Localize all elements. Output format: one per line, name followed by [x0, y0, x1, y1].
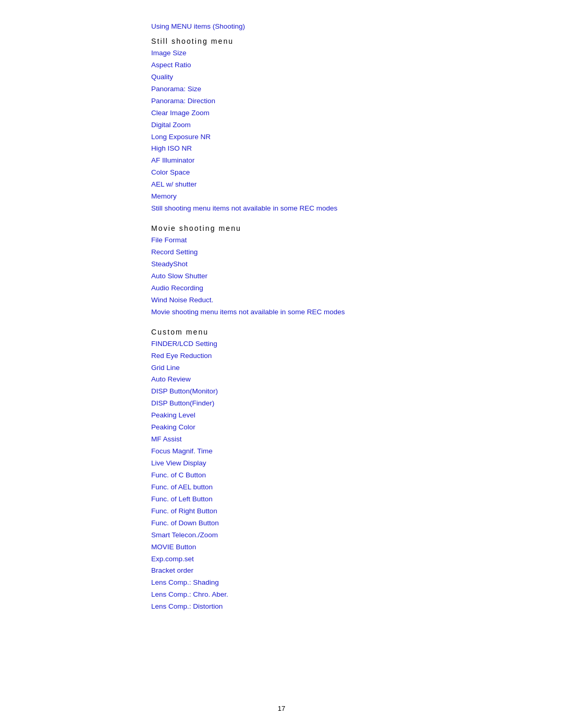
custom-menu-items: FINDER/LCD Setting Red Eye Reduction Gri… — [151, 338, 511, 613]
link-af-illuminator[interactable]: AF Illuminator — [151, 155, 511, 167]
link-clear-image-zoom[interactable]: Clear Image Zoom — [151, 107, 511, 119]
link-digital-zoom[interactable]: Digital Zoom — [151, 119, 511, 131]
link-live-view-display[interactable]: Live View Display — [151, 458, 511, 470]
section-movie-shooting: Movie shooting menu File Format Record S… — [151, 224, 511, 318]
link-image-size[interactable]: Image Size — [151, 47, 511, 59]
section-custom-menu: Custom menu FINDER/LCD Setting Red Eye R… — [151, 328, 511, 613]
link-bracket-order[interactable]: Bracket order — [151, 565, 511, 577]
link-auto-slow-shutter[interactable]: Auto Slow Shutter — [151, 270, 511, 282]
top-link-using-menu[interactable]: Using MENU items (Shooting) — [151, 21, 511, 33]
link-movie-shooting-unavailable[interactable]: Movie shooting menu items not available … — [151, 306, 511, 318]
still-shooting-items: Image Size Aspect Ratio Quality Panorama… — [151, 47, 511, 215]
section-header-movie-shooting: Movie shooting menu — [151, 224, 511, 232]
link-func-ael-button[interactable]: Func. of AEL button — [151, 482, 511, 493]
link-grid-line[interactable]: Grid Line — [151, 362, 511, 374]
link-disp-button-monitor[interactable]: DISP Button(Monitor) — [151, 386, 511, 398]
link-ael-w-shutter[interactable]: AEL w/ shutter — [151, 179, 511, 191]
page-container: Using MENU items (Shooting) Still shooti… — [0, 0, 563, 728]
link-lens-comp-shading[interactable]: Lens Comp.: Shading — [151, 577, 511, 589]
link-smart-telecon-zoom[interactable]: Smart Telecon./Zoom — [151, 529, 511, 541]
link-func-right-button[interactable]: Func. of Right Button — [151, 505, 511, 517]
link-exp-comp-set[interactable]: Exp.comp.set — [151, 553, 511, 565]
movie-shooting-items: File Format Record Setting SteadyShot Au… — [151, 235, 511, 318]
link-movie-button[interactable]: MOVIE Button — [151, 541, 511, 553]
page-number: 17 — [278, 705, 285, 712]
link-still-shooting-unavailable[interactable]: Still shooting menu items not available … — [151, 203, 511, 215]
link-disp-button-finder[interactable]: DISP Button(Finder) — [151, 398, 511, 410]
link-mf-assist[interactable]: MF Assist — [151, 434, 511, 446]
link-steadyshot[interactable]: SteadyShot — [151, 258, 511, 270]
link-focus-magnif-time[interactable]: Focus Magnif. Time — [151, 446, 511, 458]
link-lens-comp-chro-aber[interactable]: Lens Comp.: Chro. Aber. — [151, 589, 511, 601]
link-aspect-ratio[interactable]: Aspect Ratio — [151, 59, 511, 71]
link-finder-lcd-setting[interactable]: FINDER/LCD Setting — [151, 338, 511, 350]
link-func-down-button[interactable]: Func. of Down Button — [151, 517, 511, 529]
link-func-c-button[interactable]: Func. of C Button — [151, 470, 511, 482]
content-area: Using MENU items (Shooting) Still shooti… — [151, 21, 563, 613]
link-record-setting[interactable]: Record Setting — [151, 246, 511, 258]
link-audio-recording[interactable]: Audio Recording — [151, 282, 511, 294]
link-high-iso-nr[interactable]: High ISO NR — [151, 143, 511, 155]
link-color-space[interactable]: Color Space — [151, 167, 511, 179]
link-lens-comp-distortion[interactable]: Lens Comp.: Distortion — [151, 601, 511, 613]
section-header-custom-menu: Custom menu — [151, 328, 511, 336]
link-long-exposure-nr[interactable]: Long Exposure NR — [151, 131, 511, 143]
link-peaking-level[interactable]: Peaking Level — [151, 410, 511, 422]
section-header-still-shooting: Still shooting menu — [151, 37, 511, 45]
link-panorama-direction[interactable]: Panorama: Direction — [151, 95, 511, 107]
link-wind-noise-reduct[interactable]: Wind Noise Reduct. — [151, 294, 511, 306]
section-still-shooting: Still shooting menu Image Size Aspect Ra… — [151, 37, 511, 215]
link-memory[interactable]: Memory — [151, 191, 511, 203]
link-quality[interactable]: Quality — [151, 71, 511, 83]
link-file-format[interactable]: File Format — [151, 235, 511, 246]
link-peaking-color[interactable]: Peaking Color — [151, 422, 511, 434]
link-auto-review[interactable]: Auto Review — [151, 374, 511, 386]
link-func-left-button[interactable]: Func. of Left Button — [151, 493, 511, 505]
link-panorama-size[interactable]: Panorama: Size — [151, 83, 511, 95]
link-red-eye-reduction[interactable]: Red Eye Reduction — [151, 350, 511, 362]
